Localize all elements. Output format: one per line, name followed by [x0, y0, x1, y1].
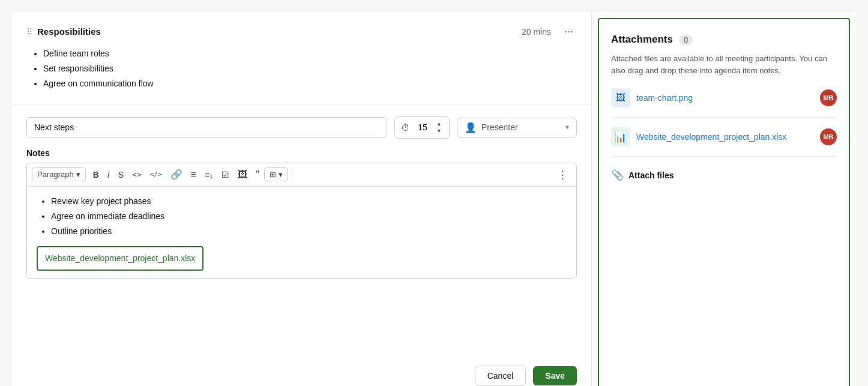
- sidebar-divider: [611, 117, 837, 118]
- editor-body[interactable]: Review key project phases Agree on immed…: [27, 187, 576, 279]
- time-spinners: ▲ ▼: [435, 121, 443, 134]
- image-file-icon: 🖼: [611, 88, 630, 107]
- attach-files-label: Attach files: [628, 170, 674, 180]
- notes-list-item: Review key project phases: [51, 194, 567, 209]
- duration-input[interactable]: [414, 122, 432, 132]
- paperclip-icon: 📎: [611, 169, 624, 181]
- spin-down-button[interactable]: ▼: [435, 128, 443, 134]
- link-button[interactable]: 🔗: [167, 167, 186, 182]
- task-list-button[interactable]: ☑: [218, 168, 233, 181]
- notes-label: Notes: [26, 148, 577, 158]
- next-steps-section: ⏱ ▲ ▼ 👤 Presenter ▾ Notes: [12, 104, 591, 291]
- editor-toolbar: Paragraph ▾ B I S <> </> 🔗 ≡ ≡₁ ☑ 🖼 " ⊞: [27, 163, 576, 187]
- attachment-link[interactable]: team-chart.png: [636, 93, 814, 103]
- drag-handle-icon[interactable]: ⠿: [26, 27, 32, 37]
- save-button[interactable]: Save: [533, 366, 577, 385]
- list-item: Agree on communication flow: [43, 76, 577, 91]
- attachments-description: Attached files are available to all meet…: [611, 53, 837, 76]
- presenter-label: Presenter: [481, 122, 561, 132]
- responsibilities-title: Resposibilities: [37, 26, 101, 37]
- paragraph-select[interactable]: Paragraph ▾: [32, 167, 86, 181]
- paragraph-label: Paragraph: [37, 170, 74, 179]
- list-item: Set responsibilities: [43, 61, 577, 76]
- italic-button[interactable]: I: [104, 168, 113, 181]
- notes-list-item: Outline priorities: [51, 224, 567, 239]
- time-input-wrap: ⏱ ▲ ▼: [394, 116, 450, 139]
- toolbar-divider: [292, 169, 292, 181]
- user-icon: 👤: [465, 122, 477, 133]
- file-link-block[interactable]: Website_development_project_plan.xlsx: [37, 246, 203, 271]
- avatar: MB: [820, 89, 837, 106]
- notes-list-item: Agree on immediate deadlines: [51, 209, 567, 224]
- sidebar-divider-2: [611, 156, 837, 157]
- image-button[interactable]: 🖼: [234, 167, 251, 182]
- attachment-item: 📊 Website_development_project_plan.xlsx …: [611, 127, 837, 146]
- bold-button[interactable]: B: [89, 168, 103, 181]
- responsibilities-duration: 20 mins: [522, 27, 551, 37]
- section-header: ⠿ Resposibilities 20 mins ···: [26, 24, 577, 39]
- inline-code-button[interactable]: </>: [146, 169, 166, 180]
- attachment-item: 🖼 team-chart.png MB: [611, 88, 837, 107]
- bullet-list-button[interactable]: ≡: [187, 167, 200, 182]
- paragraph-chevron-icon: ▾: [76, 170, 80, 179]
- responsibilities-list: Define team roles Set responsibilities A…: [26, 46, 577, 92]
- agenda-title-input[interactable]: [26, 117, 387, 137]
- responsibilities-more-button[interactable]: ···: [561, 24, 577, 39]
- table-select[interactable]: ⊞ ▾: [264, 167, 288, 181]
- spin-up-button[interactable]: ▲: [435, 121, 443, 127]
- quote-button[interactable]: ": [252, 167, 263, 182]
- code-button[interactable]: <>: [128, 168, 145, 181]
- notes-bullet-list: Review key project phases Agree on immed…: [37, 194, 567, 240]
- attachments-title: Attachments: [611, 34, 673, 46]
- excel-file-icon: 📊: [611, 127, 630, 146]
- section-meta: 20 mins ···: [522, 24, 577, 39]
- chevron-down-icon: ▾: [565, 123, 569, 131]
- presenter-select[interactable]: 👤 Presenter ▾: [457, 118, 577, 137]
- table-chevron-icon: ▾: [279, 170, 283, 179]
- main-content: ⠿ Resposibilities 20 mins ··· Define tea…: [12, 12, 592, 386]
- responsibilities-section: ⠿ Resposibilities 20 mins ··· Define tea…: [12, 12, 591, 104]
- clock-icon: ⏱: [401, 122, 410, 133]
- attachment-link[interactable]: Website_development_project_plan.xlsx: [636, 132, 814, 142]
- bottom-actions: Cancel Save: [475, 366, 577, 386]
- attachments-count: 0: [679, 35, 693, 45]
- attachments-header: Attachments 0: [611, 34, 837, 46]
- notes-editor: Paragraph ▾ B I S <> </> 🔗 ≡ ≡₁ ☑ 🖼 " ⊞: [26, 163, 577, 279]
- list-item: Define team roles: [43, 46, 577, 61]
- strikethrough-button[interactable]: S: [115, 168, 127, 181]
- agenda-item-row: ⏱ ▲ ▼ 👤 Presenter ▾: [26, 116, 577, 139]
- attachments-sidebar: Attachments 0 Attached files are availab…: [598, 18, 850, 386]
- table-icon: ⊞: [270, 170, 276, 179]
- file-link-text: Website_development_project_plan.xlsx: [45, 251, 195, 266]
- ordered-list-button[interactable]: ≡₁: [201, 168, 217, 181]
- page-container: ⠿ Resposibilities 20 mins ··· Define tea…: [12, 12, 856, 386]
- section-title-row: ⠿ Resposibilities: [26, 26, 101, 37]
- cancel-button[interactable]: Cancel: [475, 366, 526, 386]
- attach-files-button[interactable]: 📎 Attach files: [611, 166, 674, 184]
- toolbar-more-button[interactable]: ⋮: [553, 167, 571, 182]
- avatar: MB: [820, 128, 837, 145]
